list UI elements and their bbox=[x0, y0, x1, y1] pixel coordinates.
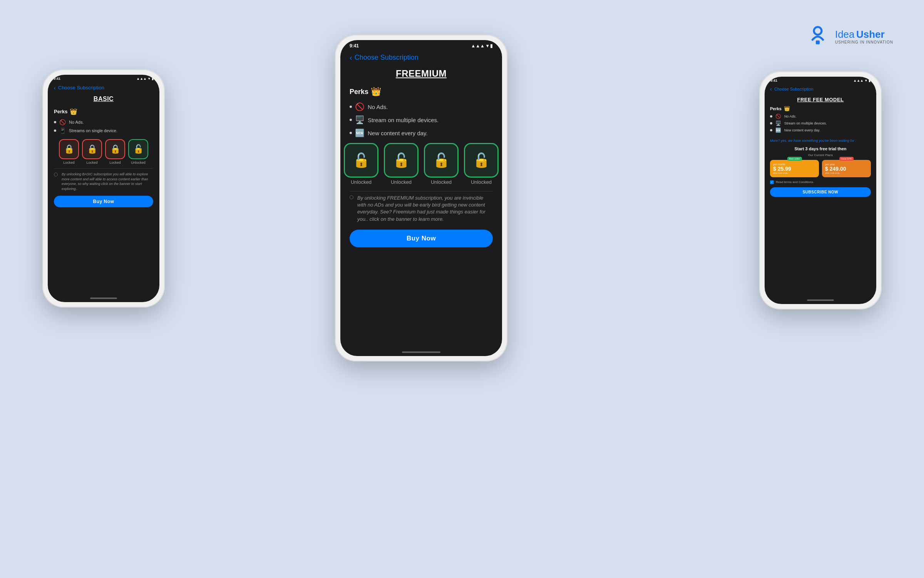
lock-box-1: 🔒 bbox=[59, 139, 79, 159]
perk-dot-fee3 bbox=[770, 129, 772, 131]
back-nav-fee[interactable]: ‹ Choose Subscription bbox=[770, 86, 871, 92]
terms-row-fee: ✓ Read terms and Conditions. bbox=[770, 180, 871, 184]
plan-yearly-badge: Save 57% bbox=[839, 157, 854, 161]
lock-label-3: Locked bbox=[109, 161, 121, 165]
perks-label-fee: Perks 👑 bbox=[770, 106, 871, 111]
home-indicator-freemium bbox=[402, 351, 440, 353]
signal-icon-fee: ▲▲▲ bbox=[853, 79, 864, 82]
desc-text-freemium: By unlocking FREEMIUM subscription, you … bbox=[357, 195, 493, 223]
subscribe-button-fee[interactable]: SUBSCRIBE NOW bbox=[770, 187, 871, 197]
phone-basic: 9:41 ▲▲▲ ▾ ▮ ‹ Choose Subscription BASIC… bbox=[42, 69, 165, 307]
status-icons-freemium: ▲▲▲ ▾ ▮ bbox=[471, 43, 493, 49]
unlock-label-2: Unlocked bbox=[391, 179, 412, 185]
home-indicator-basic bbox=[90, 297, 117, 299]
radio-freemium bbox=[350, 195, 353, 199]
signal-icon: ▲▲▲ bbox=[136, 77, 147, 81]
perk-dot-f3 bbox=[350, 132, 352, 134]
plan-yearly-price: $ 249.00 bbox=[825, 166, 868, 172]
no-ads-icon-basic: 🚫 bbox=[59, 119, 66, 125]
perks-list-freemium: 🚫 No Ads. 🖥️ Stream on multiple devices.… bbox=[350, 102, 493, 138]
battery-icon: ▮ bbox=[152, 77, 154, 81]
screen-content-basic: ‹ Choose Subscription BASIC Perks 👑 🚫 No… bbox=[48, 81, 159, 293]
buy-button-freemium[interactable]: Buy Now bbox=[350, 230, 493, 247]
perk-text-basic-1: No Ads. bbox=[69, 120, 84, 124]
back-label-freemium: Choose Subscription bbox=[355, 54, 418, 62]
perk-text-f3: New content every day. bbox=[368, 130, 428, 136]
back-label-fee: Choose Subscription bbox=[774, 87, 814, 91]
perk-text-basic-2: Streams on single device. bbox=[69, 128, 117, 133]
screen-content-fee: ‹ Choose Subscription FREE FEE MODEL Per… bbox=[765, 83, 876, 295]
plan-monthly-card[interactable]: Best seller per month $ 25.99 after trai… bbox=[770, 160, 819, 177]
wifi-icon: ▾ bbox=[148, 77, 150, 81]
unlock-box-1: 🔓 bbox=[344, 143, 378, 178]
perks-label-basic: Perks 👑 bbox=[54, 108, 153, 115]
description-freemium: By unlocking FREEMIUM subscription, you … bbox=[350, 195, 493, 223]
back-chevron-freemium: ‹ bbox=[350, 53, 352, 62]
back-nav-basic[interactable]: ‹ Choose Subscription bbox=[54, 84, 153, 91]
unlock-label-3: Unlocked bbox=[431, 179, 452, 185]
lock-label-4: Unlocked bbox=[131, 161, 146, 165]
plan-monthly-price: $ 25.99 bbox=[773, 166, 816, 172]
back-label-basic: Choose Subscription bbox=[58, 85, 104, 91]
terms-checkbox-fee[interactable]: ✓ bbox=[770, 180, 774, 184]
perk-fee-1: 🚫 No Ads. bbox=[770, 114, 871, 119]
unlock-label-4: Unlocked bbox=[471, 179, 492, 185]
back-chevron-basic: ‹ bbox=[54, 84, 56, 91]
perk-freemium-2: 🖥️ Stream on multiple devices. bbox=[350, 115, 493, 124]
wifi-icon-fee: ▾ bbox=[865, 79, 867, 82]
time-basic: 9:41 bbox=[54, 77, 60, 81]
multi-device-icon-fee: 🖥️ bbox=[775, 121, 781, 126]
divider-freemium bbox=[350, 191, 493, 192]
plan-yearly-card[interactable]: Save 57% per year $ 249.00 after trial e… bbox=[822, 160, 871, 177]
battery-icon-f: ▮ bbox=[490, 43, 493, 49]
perk-fee-2: 🖥️ Stream on multiple devices. bbox=[770, 121, 871, 126]
unlock-item-1: 🔓 Unlocked bbox=[344, 143, 378, 185]
lock-icon-4: 🔓 bbox=[133, 144, 144, 154]
svg-point-0 bbox=[814, 27, 822, 35]
phone-fee-frame: 9:41 ▲▲▲ ▾ ▮ ‹ Choose Subscription FREE … bbox=[759, 71, 882, 309]
unlock-box-4: 🔓 bbox=[464, 143, 499, 178]
logo: Idea Usher USHERING IN INNOVATION bbox=[804, 23, 893, 50]
plan-monthly-period: per month bbox=[773, 163, 816, 166]
lock-item-3: 🔒 Locked bbox=[105, 139, 125, 165]
perk-dot-fee2 bbox=[770, 122, 772, 124]
perk-text-fee3: New content every day. bbox=[784, 128, 820, 132]
new-content-icon-f: 🆕 bbox=[355, 128, 365, 138]
phone-fee-screen: 9:41 ▲▲▲ ▾ ▮ ‹ Choose Subscription FREE … bbox=[765, 77, 876, 304]
perks-text-freemium: Perks bbox=[350, 88, 368, 96]
perks-text-basic: Perks bbox=[54, 109, 67, 114]
phone-freemium-frame: 9:41 ▲▲▲ ▾ ▮ ‹ Choose Subscription FREEM… bbox=[335, 35, 507, 361]
lock-label-1: Locked bbox=[63, 161, 74, 165]
time-freemium: 9:41 bbox=[350, 43, 359, 49]
divider-basic bbox=[54, 168, 153, 169]
perk-basic-2: 📱 Streams on single device. bbox=[54, 128, 153, 134]
perks-label-freemium: Perks 👑 bbox=[350, 87, 493, 97]
perks-text-fee: Perks bbox=[770, 106, 782, 111]
phone-freemium: 9:41 ▲▲▲ ▾ ▮ ‹ Choose Subscription FREEM… bbox=[335, 35, 507, 361]
perk-dot-1 bbox=[54, 121, 56, 123]
terms-text-fee: Read terms and Conditions. bbox=[776, 180, 814, 184]
plans-label-fee: Our Current Plans bbox=[770, 153, 871, 157]
crown-freemium: 👑 bbox=[371, 87, 381, 97]
plan-monthly-badge: Best seller bbox=[787, 157, 802, 161]
new-content-icon-fee: 🆕 bbox=[775, 128, 781, 133]
title-freemium: FREEMIUM bbox=[350, 68, 493, 79]
plan-monthly-note: after trail ends bbox=[773, 172, 816, 174]
title-basic: BASIC bbox=[54, 96, 153, 102]
perk-text-f2: Stream on multiple devices. bbox=[368, 117, 439, 123]
back-nav-freemium[interactable]: ‹ Choose Subscription bbox=[350, 53, 493, 62]
status-icons-fee: ▲▲▲ ▾ ▮ bbox=[853, 79, 870, 82]
notch-freemium bbox=[398, 40, 444, 49]
time-fee: 9:41 bbox=[770, 79, 777, 82]
lock-box-3: 🔒 bbox=[105, 139, 125, 159]
promo-text-fee: More? yes, we have something you've been… bbox=[770, 138, 871, 143]
signal-icon-f: ▲▲▲ bbox=[471, 43, 485, 49]
unlock-item-2: 🔓 Unlocked bbox=[384, 143, 418, 185]
buy-button-basic[interactable]: Buy Now bbox=[54, 196, 153, 207]
perk-dot-2 bbox=[54, 129, 56, 132]
unlock-icon-1: 🔓 bbox=[353, 152, 370, 168]
logo-tagline: USHERING IN INNOVATION bbox=[835, 40, 893, 44]
notch-basic bbox=[87, 75, 120, 81]
plan-yearly-period: per year bbox=[825, 163, 868, 166]
phone-fee-model: 9:41 ▲▲▲ ▾ ▮ ‹ Choose Subscription FREE … bbox=[759, 71, 882, 309]
